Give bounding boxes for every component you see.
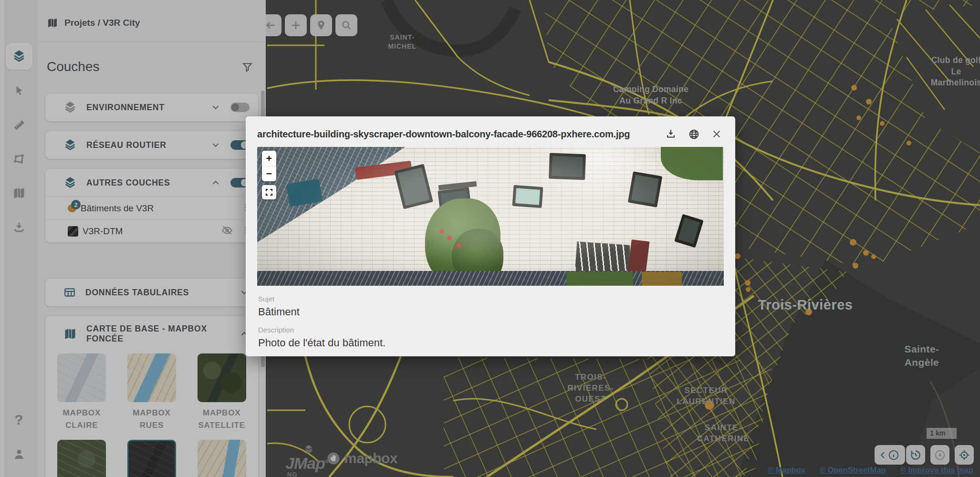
subject-label: Sujet (258, 295, 386, 303)
photo-blue-brick-area (257, 147, 415, 242)
app-window: Camping Domaine Au Grand R Inc Club de g… (0, 0, 980, 477)
photo-window (628, 171, 663, 207)
photo-red-door (627, 239, 650, 278)
fullscreen-button[interactable] (262, 185, 276, 199)
open-web-button[interactable] (687, 127, 701, 141)
photo-bottom-green (566, 272, 633, 286)
photo-window (549, 153, 586, 180)
close-icon (711, 128, 722, 140)
photo-window (512, 185, 543, 208)
download-icon (665, 128, 677, 140)
description-value: Photo de l'état du bâtiment. (258, 337, 386, 349)
photo-modal: architecture-building-skyscraper-downtow… (246, 116, 735, 356)
photo-red-object (355, 161, 412, 180)
photo-flower (457, 243, 461, 248)
close-button[interactable] (709, 127, 724, 141)
photo-bottom-orange (642, 272, 682, 286)
photo-greenery-top-right (661, 147, 723, 180)
fullscreen-icon (265, 188, 273, 197)
photo-bottom-bricks (257, 271, 724, 286)
photo-awning (438, 181, 477, 190)
download-button[interactable] (664, 127, 678, 141)
subject-value: Bâtiment (258, 306, 386, 318)
description-label: Description (258, 326, 386, 334)
photo-highlight (524, 147, 677, 199)
image-zoom-controls: + − (262, 151, 276, 181)
photo-window (394, 164, 433, 209)
photo-tarp (286, 178, 323, 207)
photo-metadata: Sujet Bâtiment Description Photo de l'ét… (258, 287, 386, 349)
photo-flower (447, 236, 452, 240)
photo-window (438, 187, 473, 222)
modal-title: architecture-building-skyscraper-downtow… (257, 129, 655, 140)
globe-icon (688, 128, 700, 140)
zoom-in-button[interactable]: + (262, 151, 276, 166)
photo-greenery (425, 198, 500, 286)
zoom-out-button[interactable]: − (262, 166, 276, 182)
photo-preview[interactable]: + − (257, 147, 724, 286)
photo-balcony-railing (575, 241, 630, 277)
photo-flower (439, 229, 444, 234)
photo-window (674, 214, 704, 248)
